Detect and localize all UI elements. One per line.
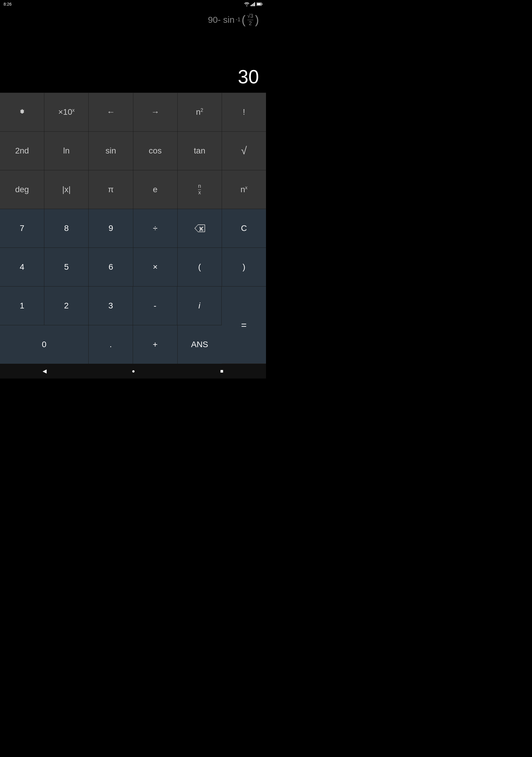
frac-num: n bbox=[198, 183, 201, 190]
home-button[interactable]: ● bbox=[132, 368, 135, 374]
four-button[interactable]: 4 bbox=[0, 248, 44, 286]
three-button[interactable]: 3 bbox=[89, 287, 133, 325]
svg-rect-5 bbox=[262, 4, 262, 5]
plus-button[interactable]: + bbox=[133, 325, 177, 364]
left-arrow-button[interactable]: ← bbox=[89, 93, 133, 131]
display: 90- sin-1(√32) 30 bbox=[0, 8, 266, 93]
status-time: 8:26 bbox=[4, 2, 12, 7]
key-row-2: 2nd ln sin cos tan √ bbox=[0, 131, 266, 170]
decimal-label: . bbox=[110, 340, 112, 349]
times-ten-button[interactable]: ×10x bbox=[44, 93, 89, 131]
key-row-6: 1 2 3 - i = bbox=[0, 286, 266, 325]
sqrt-symbol: √ bbox=[248, 13, 250, 19]
imaginary-button[interactable]: i bbox=[177, 287, 222, 325]
sin-label: sin bbox=[105, 146, 116, 156]
minus-label: - bbox=[154, 301, 156, 311]
multiply-button[interactable]: × bbox=[133, 248, 178, 286]
ln-button[interactable]: ln bbox=[44, 132, 89, 170]
sqrt-button[interactable]: √ bbox=[222, 132, 266, 170]
fraction-label: n x bbox=[198, 183, 201, 196]
n-squared-button[interactable]: n2 bbox=[178, 93, 222, 131]
rparen-button[interactable]: ) bbox=[222, 248, 266, 286]
one-button[interactable]: 1 bbox=[0, 287, 44, 325]
one-label: 1 bbox=[20, 301, 24, 311]
decimal-button[interactable]: . bbox=[89, 325, 133, 364]
cos-button[interactable]: cos bbox=[133, 132, 178, 170]
rparen-label: ) bbox=[243, 262, 245, 272]
zero-button[interactable]: 0 bbox=[0, 325, 89, 364]
deg-button[interactable]: deg bbox=[0, 170, 44, 209]
svg-rect-3 bbox=[254, 2, 255, 6]
ln-label: ln bbox=[63, 146, 70, 156]
n-power-x-button[interactable]: nx bbox=[222, 170, 266, 209]
minus-button[interactable]: - bbox=[133, 287, 177, 325]
expr-superscript-neg1: -1 bbox=[236, 16, 240, 23]
eight-button[interactable]: 8 bbox=[44, 209, 89, 248]
two-button[interactable]: 2 bbox=[44, 287, 89, 325]
status-icons bbox=[244, 2, 262, 6]
fraction-button[interactable]: n x bbox=[178, 170, 222, 209]
key-row-3: deg |x| π e n x nx bbox=[0, 170, 266, 209]
seven-label: 7 bbox=[20, 224, 24, 233]
nav-bar: ◀ ● ■ bbox=[0, 364, 266, 378]
nine-button[interactable]: 9 bbox=[89, 209, 133, 248]
equals-button[interactable]: = bbox=[222, 287, 266, 363]
wifi-icon bbox=[244, 2, 250, 6]
times-ten-label: ×10x bbox=[58, 107, 75, 117]
times-ten-exp: x bbox=[73, 107, 75, 113]
nine-label: 9 bbox=[108, 224, 113, 233]
key-row-5: 4 5 6 × ( ) bbox=[0, 248, 266, 286]
back-button[interactable]: ◀ bbox=[43, 368, 47, 374]
sqrt-label: √ bbox=[241, 145, 247, 157]
pi-button[interactable]: π bbox=[89, 170, 133, 209]
ans-label: ANS bbox=[191, 340, 208, 349]
keyboard: ×10x ← → n2 ! 2nd ln sin cos tan bbox=[0, 93, 266, 364]
lparen-button[interactable]: ( bbox=[178, 248, 222, 286]
backspace-button[interactable] bbox=[178, 209, 222, 248]
pi-label: π bbox=[108, 185, 113, 194]
power-x: x bbox=[245, 185, 248, 190]
expr-fraction: √32 bbox=[248, 13, 253, 27]
right-arrow-label: → bbox=[151, 107, 159, 117]
second-button[interactable]: 2nd bbox=[0, 132, 44, 170]
six-button[interactable]: 6 bbox=[89, 248, 133, 286]
three-label: 3 bbox=[108, 301, 113, 311]
seven-button[interactable]: 7 bbox=[0, 209, 44, 248]
deg-label: deg bbox=[15, 185, 29, 194]
eight-label: 8 bbox=[64, 224, 69, 233]
tan-button[interactable]: tan bbox=[178, 132, 222, 170]
sqrt-value: 3 bbox=[250, 13, 253, 19]
divide-button[interactable]: ÷ bbox=[133, 209, 178, 248]
euler-button[interactable]: e bbox=[133, 170, 178, 209]
zero-label: 0 bbox=[42, 340, 47, 349]
sin-button[interactable]: sin bbox=[89, 132, 133, 170]
cos-label: cos bbox=[149, 146, 162, 156]
five-button[interactable]: 5 bbox=[44, 248, 89, 286]
key-row-4: 7 8 9 ÷ C bbox=[0, 209, 266, 248]
tan-label: tan bbox=[194, 146, 205, 156]
second-label: 2nd bbox=[15, 146, 29, 156]
factorial-button[interactable]: ! bbox=[222, 93, 266, 131]
expression: 90- sin-1(√32) bbox=[6, 13, 260, 27]
four-label: 4 bbox=[20, 262, 24, 272]
clear-button[interactable]: C bbox=[222, 209, 266, 248]
frac-den: x bbox=[198, 190, 201, 196]
right-arrow-button[interactable]: → bbox=[133, 93, 178, 131]
euler-label: e bbox=[153, 185, 158, 194]
expr-rparen: ) bbox=[255, 14, 259, 26]
result: 30 bbox=[6, 66, 260, 88]
svg-rect-1 bbox=[252, 4, 253, 6]
ans-button[interactable]: ANS bbox=[178, 325, 222, 364]
battery-icon bbox=[256, 2, 262, 6]
clear-label: C bbox=[241, 224, 247, 233]
equals-label: = bbox=[241, 320, 247, 331]
six-label: 6 bbox=[108, 262, 113, 272]
recent-button[interactable]: ■ bbox=[220, 368, 223, 374]
two-label: 2 bbox=[64, 301, 69, 311]
expr-part-90: 90- sin bbox=[208, 15, 234, 25]
settings-button[interactable] bbox=[0, 93, 44, 131]
abs-button[interactable]: |x| bbox=[44, 170, 89, 209]
plus-label: + bbox=[153, 340, 158, 349]
n-squared-exp: 2 bbox=[201, 107, 203, 113]
expr-lparen: ( bbox=[242, 14, 245, 26]
